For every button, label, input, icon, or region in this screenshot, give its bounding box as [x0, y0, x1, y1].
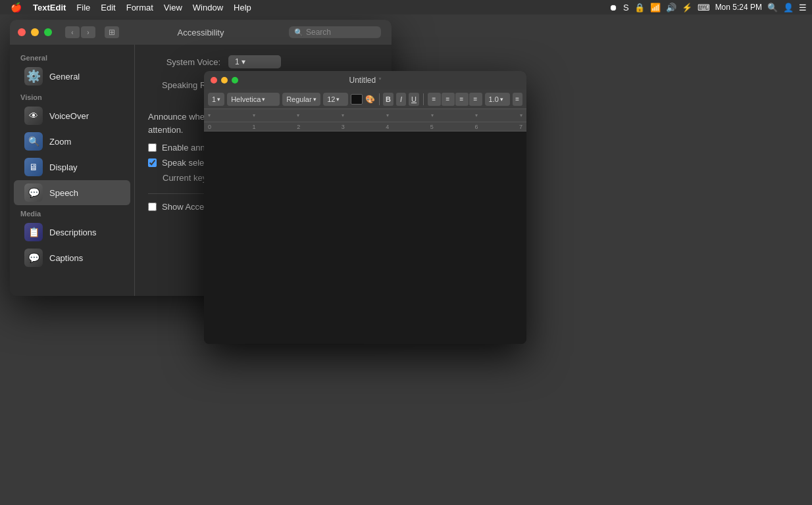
menubar-textedit[interactable]: TextEdit: [28, 1, 70, 14]
system-voice-row: System Voice: 1 ▾: [148, 55, 378, 68]
te-title-chevron: ˅: [378, 77, 382, 84]
sidebar-label-speech: Speech: [49, 188, 78, 198]
align-justify-button[interactable]: ≡: [469, 93, 482, 106]
minimize-button[interactable]: [31, 28, 39, 36]
speak-selected-checkbox[interactable]: [148, 158, 157, 167]
search-icon[interactable]: 🔍: [767, 3, 778, 12]
te-toolbar: 1 ▾ Helvetica ▾ Regular ▾ 12 ▾ 🎨 B I U ≡…: [204, 89, 526, 109]
menubar-view[interactable]: View: [159, 1, 187, 14]
size-dropdown[interactable]: 12 ▾: [323, 93, 348, 106]
record-icon: ⏺: [609, 3, 618, 12]
te-minimize-button[interactable]: [221, 77, 228, 84]
sidebar-item-descriptions[interactable]: 📋 Descriptions: [14, 220, 130, 245]
menubar-time: Mon 5:24 PM: [715, 3, 762, 12]
sidebar-label-display: Display: [49, 162, 78, 172]
ruler-mark: ▾: [297, 112, 299, 118]
te-ruler: ▾ ▾ ▾ ▾ ▾ ▾ ▾ ▾: [204, 109, 526, 122]
te-titlebar: Untitled ˅: [204, 71, 526, 89]
toolbar-separator-2: [423, 93, 424, 105]
sidebar-item-display[interactable]: 🖥 Display: [14, 155, 130, 180]
general-icon: ⚙️: [24, 67, 43, 85]
window-titlebar: ‹ › ⊞ Accessibility 🔍: [10, 20, 392, 45]
apple-menu[interactable]: 🍎: [5, 1, 27, 14]
back-button[interactable]: ‹: [65, 26, 80, 38]
battery-icon: ⚡: [682, 3, 692, 12]
te-close-button[interactable]: [211, 77, 217, 84]
voice-value: 1 ▾: [235, 57, 245, 66]
system-voice-dropdown[interactable]: 1 ▾: [228, 55, 281, 68]
ruler-mark: ▾: [253, 112, 255, 118]
current-key-label: Current key:: [163, 173, 209, 183]
te-document[interactable]: [204, 132, 526, 344]
sidebar-label-zoom: Zoom: [49, 137, 71, 147]
wifi-icon: 📶: [650, 3, 661, 12]
window-title: Accessibility: [178, 28, 224, 37]
section-label-vision: Vision: [10, 89, 134, 103]
grid-button[interactable]: ⊞: [105, 26, 119, 38]
privacy-icon: 🔒: [634, 3, 645, 12]
enable-announce-checkbox[interactable]: [148, 143, 157, 152]
accessibility-status-checkbox[interactable]: [148, 203, 157, 211]
sidebar-label-descriptions: Descriptions: [49, 228, 97, 237]
bold-button[interactable]: B: [383, 93, 393, 106]
sidebar-label-general: General: [49, 72, 80, 82]
sidebar-item-captions[interactable]: 💬 Captions: [14, 245, 130, 270]
style-dropdown[interactable]: Regular ▾: [282, 93, 320, 106]
window-search[interactable]: 🔍: [289, 26, 381, 38]
descriptions-icon: 📋: [24, 223, 43, 241]
search-icon: 🔍: [294, 28, 303, 37]
forward-button[interactable]: ›: [81, 26, 95, 38]
maximize-button[interactable]: [44, 28, 52, 36]
menubar-help[interactable]: Help: [229, 1, 256, 14]
search-input[interactable]: [306, 28, 376, 37]
captions-icon: 💬: [24, 249, 43, 267]
ruler-mark: ▾: [475, 112, 478, 118]
section-label-media: Media: [10, 206, 134, 219]
display-icon: 🖥: [24, 158, 43, 176]
menubar-file[interactable]: File: [72, 1, 95, 14]
toolbar-separator-1: [379, 93, 380, 105]
te-maximize-button[interactable]: [232, 77, 238, 84]
speech-icon: 💬: [24, 183, 43, 202]
ruler-mark: ▾: [342, 112, 344, 118]
align-group: ≡ ≡ ≡ ≡: [428, 93, 482, 106]
menubar-right: ⏺ S 🔒 📶 🔊 ⚡ ⌨ Mon 5:24 PM 🔍 👤 ☰: [609, 3, 807, 12]
skype-icon: S: [623, 3, 629, 12]
textedit-window: Untitled ˅ 1 ▾ Helvetica ▾ Regular ▾ 12 …: [204, 71, 526, 344]
spacing-dropdown[interactable]: 1.0 ▾: [485, 93, 510, 106]
keyboard-icon: ⌨: [698, 3, 710, 12]
menubar-format[interactable]: Format: [122, 1, 158, 14]
color-swatch[interactable]: [351, 94, 362, 105]
avatar-icon[interactable]: 👤: [783, 3, 794, 12]
section-label-general: General: [10, 50, 134, 63]
menubar-edit[interactable]: Edit: [96, 1, 120, 14]
sidebar-label-captions: Captions: [49, 253, 83, 263]
sidebar-item-zoom[interactable]: 🔍 Zoom: [14, 129, 130, 154]
ruler-mark: ▾: [431, 112, 434, 118]
volume-icon: 🔊: [666, 3, 676, 12]
menu-icon[interactable]: ☰: [799, 3, 807, 12]
sidebar-item-general[interactable]: ⚙️ General: [14, 64, 130, 89]
sidebar-item-speech[interactable]: 💬 Speech: [14, 180, 130, 205]
voiceover-icon: 👁: [24, 107, 43, 125]
underline-button[interactable]: U: [409, 93, 419, 106]
align-left-button[interactable]: ≡: [428, 93, 441, 106]
italic-button[interactable]: I: [396, 93, 406, 106]
color-wheel[interactable]: 🎨: [365, 94, 375, 105]
te-title: Untitled ˅: [349, 76, 381, 85]
close-button[interactable]: [18, 28, 26, 36]
ruler-numbers: 0 1 2 3 4 5 6 7: [204, 122, 526, 132]
font-dropdown[interactable]: Helvetica ▾: [227, 93, 280, 106]
menubar-window[interactable]: Window: [188, 1, 228, 14]
ruler-mark: ▾: [520, 112, 522, 118]
list-button[interactable]: ≡: [513, 93, 522, 106]
align-right-button[interactable]: ≡: [455, 93, 469, 106]
sidebar-item-voiceover[interactable]: 👁 VoiceOver: [14, 103, 130, 128]
window-nav: ‹ ›: [65, 26, 95, 38]
system-voice-label: System Voice:: [148, 57, 220, 67]
style-num-dropdown[interactable]: 1 ▾: [208, 93, 224, 106]
menubar: 🍎 TextEdit File Edit Format View Window …: [0, 0, 812, 14]
menubar-left: 🍎 TextEdit File Edit Format View Window …: [5, 1, 607, 14]
align-center-button[interactable]: ≡: [442, 93, 455, 106]
sidebar: General ⚙️ General Vision 👁 VoiceOver 🔍 …: [10, 45, 135, 296]
